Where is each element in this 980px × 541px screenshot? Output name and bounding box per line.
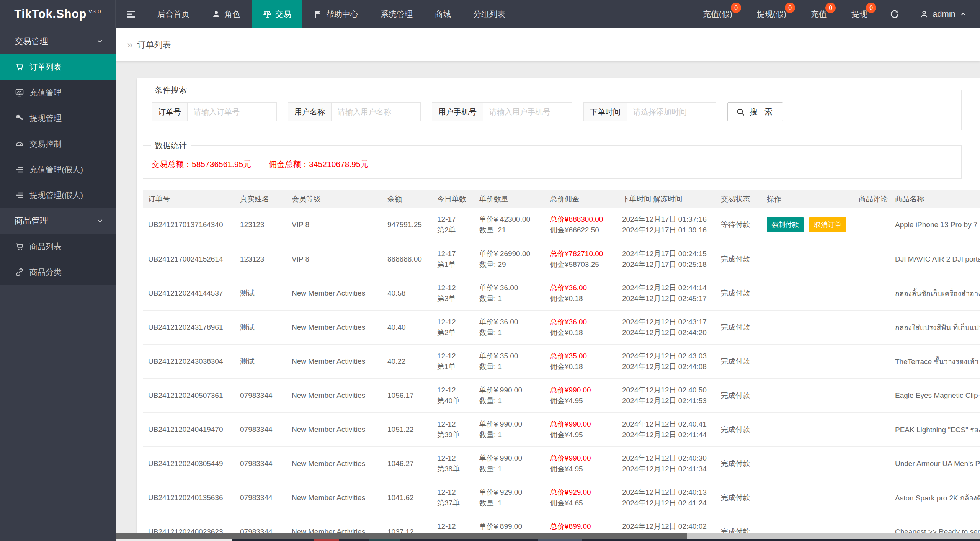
refresh-icon (890, 9, 900, 19)
cell-unit-price-qty: 单价¥ 35.00 数量: 1 (474, 344, 545, 378)
order-time: 2024年12月17日 00:24:15 (622, 248, 715, 259)
menu-item-help-center[interactable]: 帮助中心 (302, 0, 369, 28)
cell-total-commission: 总价¥990.00 佣金¥4.95 (545, 378, 617, 412)
person-icon (920, 10, 929, 19)
menu-item-dashboard[interactable]: 后台首页 (146, 0, 201, 28)
sidebar-item-product-list[interactable]: 商品列表 (0, 234, 116, 259)
scrollbar-thumb[interactable] (116, 533, 687, 539)
sidebar-item-withdraw-mgmt[interactable]: 提现管理 (0, 105, 116, 131)
recharge-button[interactable]: 充值 0 (799, 0, 839, 28)
cell-real-name: 07983344 (235, 412, 286, 446)
cell-product-name: Eagle Eyes Magnetic Clip-On (890, 378, 980, 412)
board-icon (15, 88, 24, 98)
commission: 佣金¥4.95 (550, 396, 617, 406)
unit-price: 单价¥ 929.00 (479, 487, 545, 498)
withdraw-fake-button[interactable]: 提现(假) 0 (745, 0, 799, 28)
unit-price: 单价¥ 36.00 (479, 317, 545, 327)
cell-unit-price-qty: 单价¥ 26990.00 数量: 29 (474, 242, 545, 276)
sidebar-item-product-category[interactable]: 商品分类 (0, 259, 116, 285)
unit-price: 单价¥ 990.00 (479, 385, 545, 396)
cell-order-time: 2024年12月17日 00:24:15 2024年12月17日 00:25:1… (617, 242, 715, 276)
cell-real-name: 123123 (235, 242, 286, 276)
cell-member-level: New Member Activities (286, 481, 382, 515)
menu-item-system[interactable]: 系统管理 (369, 0, 424, 28)
sidebar-item-recharge-mgmt[interactable]: 充值管理 (0, 80, 116, 105)
cell-product-comment (853, 310, 890, 344)
order-time: 2024年12月12日 02:43:03 (622, 351, 715, 361)
gauge-icon (15, 139, 24, 149)
cell-balance: 1041.62 (382, 481, 432, 515)
total-price: 总价¥782710.00 (550, 248, 617, 259)
menu-label: 后台首页 (157, 9, 189, 20)
cell-product-comment (853, 208, 890, 242)
horizontal-scrollbar[interactable] (116, 533, 980, 539)
table-row: UB2412120244144537 测试 New Member Activit… (143, 276, 980, 310)
unfreeze-time: 2024年12月12日 02:41:34 (622, 464, 715, 474)
cell-balance: 40.58 (382, 276, 432, 310)
order-time-input[interactable] (627, 103, 716, 121)
user-phone-input[interactable] (483, 103, 572, 121)
cell-order-no: UB2412120240023623 (143, 515, 235, 533)
sidebar-item-label: 提现管理 (29, 113, 62, 124)
menu-item-trade[interactable]: 交易 (252, 0, 302, 28)
force-pay-button[interactable]: 强制付款 (767, 217, 804, 232)
unit-price: 单价¥ 990.00 (479, 453, 545, 464)
table-row: UB2412120243038304 测试 New Member Activit… (143, 344, 980, 378)
unit-price: 单价¥ 42300.00 (479, 214, 545, 225)
order-no-input[interactable] (188, 103, 276, 121)
sidebar-toggle-button[interactable] (116, 0, 146, 28)
nav-label: 提现(假) (757, 9, 786, 20)
commission: 佣金¥58703.25 (550, 259, 617, 270)
cell-order-no: UB2412120240507361 (143, 378, 235, 412)
cell-total-commission: 总价¥782710.00 佣金¥58703.25 (545, 242, 617, 276)
app-logo: TikTok.Shop V3.0 (0, 0, 116, 28)
search-button[interactable]: 搜 索 (727, 102, 783, 121)
cell-total-commission: 总价¥899.00 佣金¥4.50 (545, 515, 617, 533)
orders-table: 订单号 真实姓名 会员等级 余额 今日单数 单价数量 总价佣金 下单时间 解冻时… (143, 190, 980, 533)
menu-item-roles[interactable]: 角色 (201, 0, 252, 28)
badge-count: 0 (866, 3, 876, 13)
sidebar-item-recharge-mgmt-fake[interactable]: 充值管理(假人) (0, 157, 116, 182)
commission: 佣金¥4.95 (550, 430, 617, 440)
search-button-label: 搜 索 (750, 106, 775, 117)
search-icon (736, 107, 745, 117)
menu-item-mall[interactable]: 商城 (424, 0, 462, 28)
user-menu[interactable]: admin (910, 0, 980, 28)
orders-table-wrap: 订单号 真实姓名 会员等级 余额 今日单数 单价数量 总价佣金 下单时间 解冻时… (143, 190, 980, 533)
main-content: 条件搜索 订单号 用户名称 用户手机号 下单时间 (116, 61, 980, 541)
menu-item-group-list[interactable]: 分组列表 (462, 0, 516, 28)
recharge-fake-button[interactable]: 充值(假) 0 (691, 0, 745, 28)
total-price: 总价¥888300.00 (550, 214, 617, 225)
withdraw-button[interactable]: 提现 0 (839, 0, 880, 28)
refresh-button[interactable] (880, 0, 910, 28)
user-phone-field-group: 用户手机号 (432, 102, 572, 121)
cell-actions: 强制付款 取消订单 (761, 208, 853, 242)
cell-trade-status: 完成付款 (715, 515, 761, 533)
unfreeze-time: 2024年12月12日 02:44:20 (622, 327, 715, 338)
cell-member-level: New Member Activities (286, 446, 382, 481)
sidebar-group-product[interactable]: 商品管理 (0, 208, 116, 234)
cell-unit-price-qty: 单价¥ 36.00 数量: 1 (474, 276, 545, 310)
table-row: UB2412170137164340 123123 VIP 8 947591.2… (143, 208, 980, 242)
sidebar-item-order-list[interactable]: 订单列表 (0, 54, 116, 80)
clipped-bottom-row (232, 539, 980, 541)
cell-balance: 1046.27 (382, 446, 432, 481)
cell-product-name: Apple iPhone 13 Pro by 7 2 (890, 208, 980, 242)
user-name-input[interactable] (332, 103, 420, 121)
cell-order-time: 2024年12月12日 02:40:50 2024年12月12日 02:41:5… (617, 378, 715, 412)
cell-unit-price-qty: 单价¥ 990.00 数量: 1 (474, 378, 545, 412)
double-angle-icon: » (127, 39, 132, 51)
sidebar-item-trade-control[interactable]: 交易控制 (0, 131, 116, 157)
table-row: UB2412120243178961 测试 New Member Activit… (143, 310, 980, 344)
sidebar-group-trade[interactable]: 交易管理 (0, 28, 116, 54)
cancel-order-button[interactable]: 取消订单 (809, 217, 846, 232)
cell-product-name: PEAK Lightning "ECS" รองเท้า (890, 412, 980, 446)
list-icon (15, 165, 24, 175)
user-name-label: 用户名称 (288, 103, 332, 121)
cell-product-name: DJI MAVIC AIR 2 DJI portable (890, 242, 980, 276)
commission: 佣金¥0.18 (550, 293, 617, 304)
cell-total-commission: 总价¥35.00 佣金¥0.18 (545, 344, 617, 378)
sidebar-item-withdraw-mgmt-fake[interactable]: 提现管理(假人) (0, 182, 116, 208)
group-label: 交易管理 (15, 36, 48, 47)
quantity: 数量: 29 (479, 259, 545, 270)
